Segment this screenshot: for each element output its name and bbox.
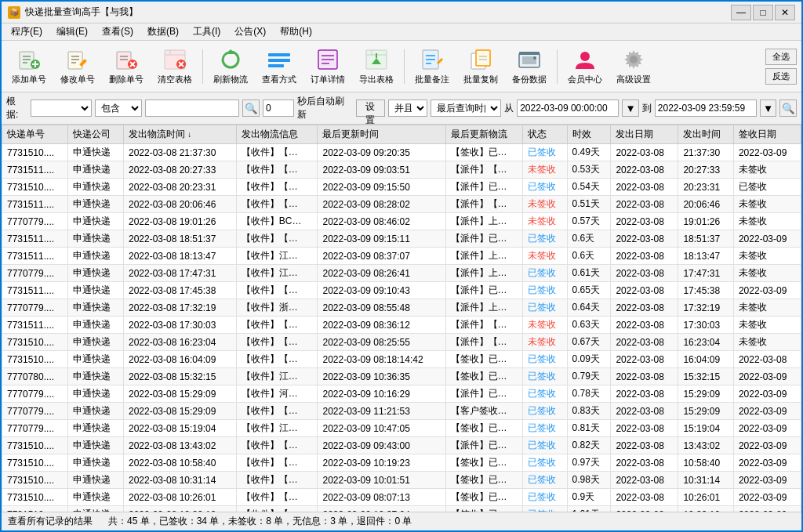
time-filter-select[interactable]: 最后查询时间 发出时间 签收时间: [431, 100, 501, 117]
table-cell: 7731511....: [2, 196, 68, 213]
table-row[interactable]: 7731510....申通快递2022-03-08 10:58:40【收件】【……: [2, 454, 801, 472]
table-cell: 【收件】【…: [236, 454, 318, 472]
add-button[interactable]: 添加单号: [6, 44, 52, 89]
table-cell: 未签收: [733, 161, 801, 179]
operator-select[interactable]: 并且 或者: [388, 100, 427, 117]
settings-filter-button[interactable]: 设置: [356, 100, 386, 117]
table-cell: 17:30:03: [678, 317, 734, 334]
to-date-input[interactable]: [655, 100, 757, 117]
table-row[interactable]: 7731510....申通快递2022-03-08 20:23:31【收件】【……: [2, 179, 801, 196]
svg-point-49: [580, 52, 590, 61]
table-row[interactable]: 7731511....申通快递2022-03-08 17:30:03【收件】【……: [2, 317, 801, 334]
table-row[interactable]: 7770780....申通快递2022-03-08 15:32:15【收件】江……: [2, 368, 801, 385]
edit-button[interactable]: 修改单号: [55, 44, 100, 89]
menu-edit[interactable]: 编辑(E): [50, 24, 94, 40]
table-cell: 【收件】BC…: [236, 213, 318, 230]
from-date-picker-button[interactable]: ▼: [622, 100, 639, 117]
menu-data[interactable]: 数据(B): [141, 24, 185, 40]
delete-button[interactable]: 删除单号: [104, 44, 149, 89]
table-cell: 2022-03-09: [733, 282, 801, 299]
order-button[interactable]: 订单详情: [305, 44, 351, 89]
table-cell: 20:27:33: [678, 161, 734, 179]
menu-program[interactable]: 程序(E): [5, 24, 49, 40]
table-cell: 2022-03-09: [733, 437, 801, 454]
table-cell: 7731510....: [2, 472, 68, 489]
table-cell: 2022-03-09: [733, 420, 801, 437]
table-row[interactable]: 7770779....申通快递2022-03-08 15:29:09【收件】【……: [2, 403, 801, 420]
table-row[interactable]: 7731510....申通快递2022-03-08 10:23:10【收件】【……: [2, 506, 801, 512]
batch-copy-button[interactable]: 批量复制: [458, 44, 503, 89]
search-input[interactable]: [145, 100, 239, 117]
table-row[interactable]: 7731510....申通快递2022-03-08 21:37:30【收件】【……: [2, 144, 801, 161]
table-row[interactable]: 7731510....申通快递2022-03-08 10:26:01【收件】【……: [2, 489, 801, 506]
col-status[interactable]: 状态: [522, 125, 567, 144]
table-cell: 【签收】已…: [445, 351, 522, 368]
condition-select[interactable]: 包含 等于 不包含: [95, 100, 142, 117]
table-row[interactable]: 7770779....申通快递2022-03-08 19:01:26【收件】BC…: [2, 213, 801, 230]
table-row[interactable]: 7731511....申通快递2022-03-08 17:45:38【收件】【……: [2, 282, 801, 299]
clear-button[interactable]: 清空表格: [152, 44, 198, 89]
col-send-time2[interactable]: 发出时间: [678, 125, 734, 144]
col-send-date[interactable]: 发出日期: [611, 125, 678, 144]
minimize-button[interactable]: —: [731, 5, 751, 20]
close-button[interactable]: ✕: [775, 5, 795, 20]
menu-view[interactable]: 查看(S): [96, 24, 140, 40]
table-cell: 20:06:46: [678, 196, 734, 213]
reverse-select-button[interactable]: 反选: [765, 68, 797, 85]
col-tracking-no[interactable]: 快递单号: [2, 125, 68, 144]
table-cell: 2022-03-09 08:46:02: [318, 213, 445, 230]
table-cell: 2022-03-08 16:04:09: [123, 351, 236, 368]
col-time-cost[interactable]: 时效: [567, 125, 611, 144]
table-row[interactable]: 7770779....申通快递2022-03-08 17:32:19【收件】浙……: [2, 299, 801, 317]
root-select[interactable]: [31, 100, 93, 117]
count-input[interactable]: [263, 100, 294, 117]
col-send-info[interactable]: 发出物流信息: [236, 125, 318, 144]
table-row[interactable]: 7770779....申通快递2022-03-08 17:47:31【收件】江……: [2, 265, 801, 282]
table-cell: 未签收: [522, 248, 567, 265]
col-send-time[interactable]: 发出物流时间 ↓: [123, 125, 236, 144]
table-row[interactable]: 7770779....申通快递2022-03-08 15:19:04【收件】江……: [2, 420, 801, 437]
table-row[interactable]: 7731511....申通快递2022-03-08 20:06:46【收件】【……: [2, 196, 801, 213]
menu-tools[interactable]: 工具(I): [187, 24, 227, 40]
settings-button[interactable]: 高级设置: [611, 44, 656, 89]
clear-icon: [162, 47, 187, 72]
backup-button[interactable]: 备份数据: [507, 44, 552, 89]
menu-announcement[interactable]: 公告(X): [228, 24, 272, 40]
select-all-button[interactable]: 全选: [765, 49, 797, 65]
table-cell: 申通快递: [68, 196, 124, 213]
table-row[interactable]: 7731510....申通快递2022-03-08 13:43:02【收件】【……: [2, 437, 801, 454]
menu-help[interactable]: 帮助(H): [274, 24, 318, 40]
view-button[interactable]: 查看方式: [256, 44, 302, 89]
table-cell: 【签收】已…: [445, 454, 522, 472]
filter-search-button[interactable]: 🔍: [779, 100, 797, 117]
table-cell: 2022-03-09: [733, 144, 801, 161]
export-button[interactable]: 导出表格: [354, 44, 399, 89]
col-sign-date[interactable]: 签收日期: [733, 125, 801, 144]
table-row[interactable]: 7770779....申通快递2022-03-08 15:29:09【收件】河……: [2, 385, 801, 403]
col-last-update[interactable]: 最后更新时间: [318, 125, 445, 144]
from-date-input[interactable]: [517, 100, 619, 117]
status-summary: 共：45 单，已签收：34 单，未签收：8 单，无信息：3 单，退回件：0 单: [108, 515, 412, 528]
table-row[interactable]: 7731511....申通快递2022-03-08 18:51:37【收件】【……: [2, 230, 801, 248]
table-cell: 2022-03-09: [733, 472, 801, 489]
root-label: 根据:: [6, 95, 27, 121]
search-button[interactable]: 🔍: [242, 100, 260, 117]
table-cell: 未签收: [733, 248, 801, 265]
col-company[interactable]: 快递公司: [68, 125, 124, 144]
table-cell: 未签收: [733, 196, 801, 213]
table-row[interactable]: 7731510....申通快递2022-03-08 16:23:04【收件】【……: [2, 334, 801, 351]
to-date-picker-button[interactable]: ▼: [760, 100, 777, 117]
table-cell: 申通快递: [68, 437, 124, 454]
window-controls[interactable]: — □ ✕: [731, 5, 795, 20]
maximize-button[interactable]: □: [753, 5, 773, 20]
table-cell: 【收件】【…: [236, 144, 318, 161]
member-button[interactable]: 会员中心: [562, 44, 608, 89]
table-cell: 17:45:38: [678, 282, 734, 299]
table-row[interactable]: 7731511....申通快递2022-03-08 18:13:47【收件】江……: [2, 248, 801, 265]
col-last-info[interactable]: 最后更新物流: [445, 125, 522, 144]
table-row[interactable]: 7731511....申通快递2022-03-08 20:27:33【收件】【……: [2, 161, 801, 179]
table-row[interactable]: 7731510....申通快递2022-03-08 16:04:09【收件】【……: [2, 351, 801, 368]
batch-note-button[interactable]: 批量备注: [409, 44, 455, 89]
table-row[interactable]: 7731510....申通快递2022-03-08 10:31:14【收件】【……: [2, 472, 801, 489]
refresh-button[interactable]: 刷新物流: [208, 44, 253, 89]
